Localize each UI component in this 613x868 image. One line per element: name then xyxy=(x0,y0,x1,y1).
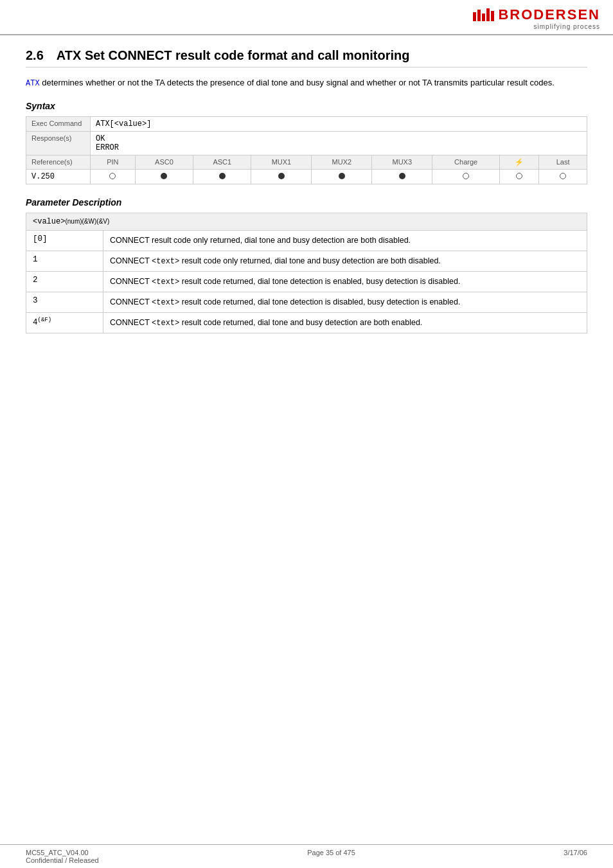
circle-special-icon xyxy=(516,173,522,179)
main-content: 2.6 ATX Set CONNECT result code format a… xyxy=(0,35,613,359)
col-mux1: MUX1 xyxy=(251,155,312,170)
logo-icon xyxy=(473,8,494,21)
circle-asc0 xyxy=(135,170,193,184)
circle-mux3 xyxy=(372,170,432,184)
param-row-3: 3 CONNECT <text> result code returned, d… xyxy=(26,292,587,312)
param-desc-2: CONNECT <text> result code returned, dia… xyxy=(103,271,587,292)
text-code-4: <text> xyxy=(152,319,179,328)
section-heading: 2.6 ATX Set CONNECT result code format a… xyxy=(26,48,587,67)
param-desc-0: CONNECT result code only returned, dial … xyxy=(103,231,587,251)
col-charge: Charge xyxy=(432,155,500,170)
reference-header-row: Reference(s) PIN ASC0 ASC1 MUX1 MUX2 MUX… xyxy=(26,155,587,170)
footer-doc-name: MC55_ATC_V04.00 xyxy=(26,849,89,856)
footer-confidential: Confidential / Released xyxy=(26,856,99,864)
param-name-2: 2 xyxy=(26,271,103,292)
response-row: Response(s) OKERROR xyxy=(26,132,587,155)
page-footer: MC55_ATC_V04.00 Confidential / Released … xyxy=(0,844,613,868)
text-code-3: <text> xyxy=(152,298,179,307)
brand-name: BRODERSEN xyxy=(498,6,600,23)
col-last: Last xyxy=(539,155,587,170)
logo-area: BRODERSEN simplifying process xyxy=(473,6,600,30)
exec-command-label: Exec Command xyxy=(26,117,91,132)
param-header-cell: <value>(num)(&W)(&V) xyxy=(26,213,587,231)
section-title: ATX Set CONNECT result code format and c… xyxy=(57,48,410,63)
circle-last-icon xyxy=(560,173,566,179)
param-desc-4: CONNECT <text> result code returned, dia… xyxy=(103,312,587,333)
exec-command-value: ATX[<value>] xyxy=(91,117,587,132)
logo-bar-4 xyxy=(486,8,490,21)
circle-special xyxy=(500,170,539,184)
param-header-code: <value> xyxy=(33,217,65,226)
logo-bar-3 xyxy=(482,13,485,21)
col-asc1: ASC1 xyxy=(193,155,251,170)
circle-asc0-icon xyxy=(161,173,167,179)
param-row-4: 4(&F) CONNECT <text> result code returne… xyxy=(26,312,587,333)
param-desc-1: CONNECT <text> result code only returned… xyxy=(103,251,587,271)
reference-header-label: Reference(s) xyxy=(26,155,91,170)
brodersen-logo: BRODERSEN xyxy=(473,6,600,23)
footer-left: MC55_ATC_V04.00 Confidential / Released xyxy=(26,849,99,864)
param-row-1: 1 CONNECT <text> result code only return… xyxy=(26,251,587,271)
syntax-heading: Syntax xyxy=(26,101,587,111)
param-description-table: <value>(num)(&W)(&V) [0] CONNECT result … xyxy=(26,213,587,333)
circle-pin xyxy=(91,170,136,184)
text-code-2: <text> xyxy=(152,278,179,287)
param-header-row: <value>(num)(&W)(&V) xyxy=(26,213,587,231)
col-asc0: ASC0 xyxy=(135,155,193,170)
param-name-0: [0] xyxy=(26,231,103,251)
param-name-1: 1 xyxy=(26,251,103,271)
footer-center: Page 35 of 475 xyxy=(307,849,355,864)
param-name-3: 3 xyxy=(26,292,103,312)
circle-mux2-icon xyxy=(339,173,345,179)
circle-mux3-icon xyxy=(399,173,405,179)
circle-charge xyxy=(432,170,500,184)
circle-pin-icon xyxy=(109,173,116,179)
v250-row: V.250 xyxy=(26,170,587,184)
response-label: Response(s) xyxy=(26,132,91,155)
circle-asc1-icon xyxy=(219,173,226,179)
col-pin: PIN xyxy=(91,155,136,170)
atx-code-link: ATX xyxy=(26,79,40,88)
logo-bar-1 xyxy=(473,12,476,21)
response-values: OKERROR xyxy=(91,132,587,155)
col-special: ⚡ xyxy=(500,155,539,170)
col-mux2: MUX2 xyxy=(312,155,372,170)
circle-mux1 xyxy=(251,170,312,184)
exec-command-text: ATX[<value>] xyxy=(96,120,151,128)
logo-bar-5 xyxy=(491,11,494,21)
text-code-1: <text> xyxy=(152,257,179,266)
syntax-table: Exec Command ATX[<value>] Response(s) OK… xyxy=(26,116,587,184)
intro-paragraph: ATX determines whether or not the TA det… xyxy=(26,76,587,89)
circle-asc1 xyxy=(193,170,251,184)
circle-charge-icon xyxy=(463,173,469,179)
param-desc-heading: Parameter Description xyxy=(26,197,587,208)
exec-command-row: Exec Command ATX[<value>] xyxy=(26,117,587,132)
circle-mux2 xyxy=(312,170,372,184)
param-superscript-4: (&F) xyxy=(38,317,52,323)
param-row-2: 2 CONNECT <text> result code returned, d… xyxy=(26,271,587,292)
param-name-4: 4(&F) xyxy=(26,312,103,333)
circle-last xyxy=(539,170,587,184)
section-number: 2.6 xyxy=(26,48,44,63)
param-desc-3: CONNECT <text> result code returned, dia… xyxy=(103,292,587,312)
circle-mux1-icon xyxy=(278,173,285,179)
page-header: BRODERSEN simplifying process xyxy=(0,0,613,35)
brand-tagline: simplifying process xyxy=(534,23,600,30)
col-mux3: MUX3 xyxy=(372,155,432,170)
footer-right: 3/17/06 xyxy=(564,849,587,864)
v250-label: V.250 xyxy=(26,170,91,184)
logo-bar-2 xyxy=(477,10,481,21)
param-header-superscript: (num)(&W)(&V) xyxy=(65,218,109,225)
param-row-0: [0] CONNECT result code only returned, d… xyxy=(26,231,587,251)
intro-text-body: determines whether or not the TA detects… xyxy=(40,78,555,87)
footer-page: Page 35 of 475 xyxy=(307,849,355,856)
